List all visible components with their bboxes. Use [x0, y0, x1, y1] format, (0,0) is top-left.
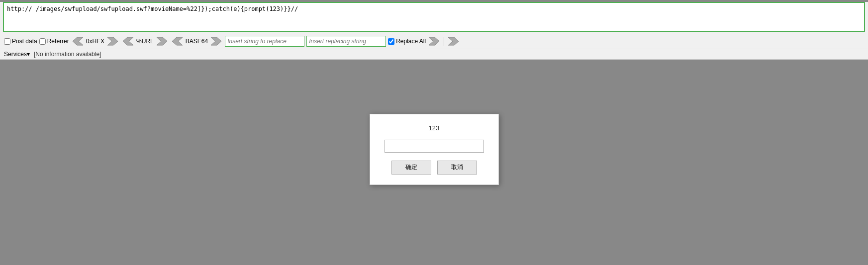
oxhex-right-arrow-btn[interactable] — [106, 37, 119, 46]
url-left-arrow-icon — [122, 37, 133, 46]
svg-marker-5 — [211, 37, 221, 45]
services-info: [No information available] — [34, 51, 101, 58]
url-row: http:// /images/swfupload/swfupload.swf?… — [3, 2, 865, 32]
oxhex-left-arrow-icon — [72, 37, 83, 46]
modal-title: 123 — [429, 124, 440, 132]
base64-right-arrow-icon — [211, 37, 222, 46]
oxhex-label: 0xHEX — [86, 38, 104, 45]
svg-marker-2 — [123, 37, 133, 45]
oxhex-left-arrow-btn[interactable] — [71, 37, 84, 46]
services-button-label: Services▾ — [4, 51, 30, 58]
services-row: Services▾ [No information available] — [0, 49, 868, 59]
insert-string-input[interactable] — [225, 36, 304, 47]
post-data-checkbox-label[interactable]: Post data — [4, 38, 37, 45]
insert-replacing-input[interactable] — [306, 36, 386, 47]
url-right-arrow-btn[interactable] — [156, 37, 169, 46]
replace-right-arrow1-icon — [429, 37, 440, 46]
modal-confirm-button[interactable]: 确定 — [391, 161, 431, 175]
url-label: %URL — [136, 38, 154, 45]
modal-overlay: 123 确定 取消 — [0, 60, 868, 239]
oxhex-right-arrow-icon — [107, 37, 118, 46]
modal-buttons: 确定 取消 — [391, 161, 477, 175]
url-left-arrow-btn[interactable] — [121, 37, 134, 46]
svg-marker-3 — [157, 37, 167, 45]
modal-cancel-button[interactable]: 取消 — [437, 161, 477, 175]
modal-input[interactable] — [385, 140, 484, 153]
base64-right-arrow-btn[interactable] — [210, 37, 223, 46]
base64-left-arrow-btn[interactable] — [171, 37, 184, 46]
svg-marker-7 — [448, 37, 459, 45]
replace-all-label: Replace All — [396, 38, 426, 45]
referrer-checkbox[interactable] — [39, 38, 46, 45]
referrer-checkbox-label[interactable]: Referrer — [39, 38, 69, 45]
replace-right-arrow2-icon — [448, 37, 459, 46]
post-data-label: Post data — [12, 38, 37, 45]
url-text: http:// /images/swfupload/swfupload.swf?… — [7, 5, 298, 12]
svg-marker-0 — [73, 37, 83, 45]
referrer-label: Referrer — [47, 38, 69, 45]
base64-left-arrow-icon — [172, 37, 183, 46]
toolbar-area: http:// /images/swfupload/swfupload.swf?… — [0, 2, 868, 60]
base64-label: BASE64 — [186, 38, 208, 45]
replace-all-checkbox[interactable] — [388, 38, 394, 45]
post-data-checkbox[interactable] — [4, 38, 10, 45]
svg-marker-1 — [107, 37, 118, 45]
main-area: 123 确定 取消 — [0, 60, 868, 239]
url-right-arrow-icon — [157, 37, 168, 46]
replace-all-checkbox-label[interactable]: Replace All — [388, 38, 426, 45]
controls-row: Post data Referrer 0xHEX %URL — [0, 34, 868, 49]
svg-marker-6 — [429, 37, 439, 45]
separator — [444, 37, 444, 46]
svg-marker-4 — [172, 37, 183, 45]
services-button[interactable]: Services▾ — [4, 51, 30, 58]
modal-dialog: 123 确定 取消 — [370, 114, 499, 185]
replace-right-arrow1-btn[interactable] — [428, 37, 441, 46]
replace-right-arrow2-btn[interactable] — [447, 37, 460, 46]
